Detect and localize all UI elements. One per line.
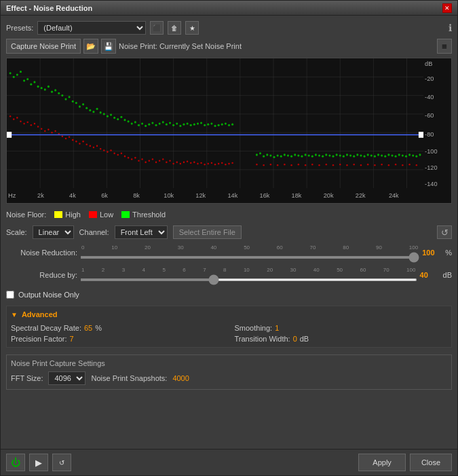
channel-dropdown[interactable]: Front Left	[115, 225, 168, 239]
svg-point-102	[322, 155, 324, 158]
svg-point-96	[301, 155, 303, 158]
svg-point-122	[391, 154, 393, 156]
svg-point-147	[65, 138, 66, 140]
presets-dropdown[interactable]: (Default)	[37, 21, 146, 35]
svg-point-151	[79, 143, 80, 145]
noise-reduction-unit: %	[445, 249, 452, 257]
capture-noise-print-button[interactable]: Capture Noise Print	[6, 39, 81, 54]
svg-point-201	[290, 164, 292, 166]
svg-point-66	[176, 122, 178, 124]
svg-point-36	[72, 100, 74, 103]
select-entire-file-button[interactable]: Select Entire File	[173, 225, 242, 239]
svg-point-162	[117, 154, 119, 156]
svg-point-195	[231, 162, 233, 164]
svg-point-182	[187, 161, 188, 163]
loop-button[interactable]: ↺	[52, 454, 71, 471]
svg-point-176	[166, 162, 167, 164]
svg-point-63	[166, 124, 168, 126]
fft-size-dropdown[interactable]: 4096	[48, 371, 85, 385]
svg-point-158	[103, 149, 104, 151]
svg-point-134	[20, 121, 21, 123]
svg-point-166	[131, 158, 132, 160]
load-noise-print-button[interactable]: 📂	[83, 39, 98, 54]
svg-point-188	[208, 163, 209, 165]
svg-point-181	[183, 162, 185, 164]
scale-channel-row: Scale: Linear Channel: Front Left Select…	[6, 225, 452, 239]
svg-point-168	[138, 160, 139, 162]
info-button[interactable]: ℹ	[449, 22, 452, 33]
power-button[interactable]: ⏻	[6, 454, 25, 471]
play-button[interactable]: ▶	[29, 454, 48, 471]
low-label: Low	[100, 210, 113, 219]
svg-point-31	[54, 89, 56, 91]
svg-point-99	[311, 155, 313, 158]
svg-point-143	[51, 132, 52, 134]
reduce-by-ticks: 1 2 3 4 5 6 7 8 10 20 30 40 50 60 70 100	[80, 267, 417, 273]
advanced-arrow-icon: ▼	[11, 311, 18, 318]
window-close-button[interactable]: ✕	[442, 3, 452, 13]
transition-item: Transition Width: 0 dB	[235, 335, 448, 343]
svg-point-108	[343, 155, 345, 158]
reset-button[interactable]: ↺	[437, 225, 452, 239]
svg-point-27	[41, 87, 43, 89]
advanced-section: ▼ Advanced Spectral Decay Rate: 65 % Smo…	[6, 306, 452, 348]
svg-point-89	[277, 154, 279, 156]
reduce-by-label: Reduce by:	[6, 271, 77, 279]
svg-point-97	[305, 153, 307, 155]
svg-point-101	[318, 154, 320, 156]
frequency-graph[interactable]: dB -20 -40 -60 -80 -100 -120 -140 Hz 2k …	[7, 58, 451, 203]
output-noise-checkbox[interactable]	[6, 291, 14, 299]
reduce-by-slider[interactable]	[80, 278, 417, 281]
svg-point-78	[218, 124, 220, 126]
legend-threshold: Threshold	[121, 210, 166, 219]
save-preset-button[interactable]: ⬛	[150, 21, 164, 35]
close-button[interactable]: Close	[410, 454, 452, 471]
apply-button[interactable]: Apply	[358, 454, 406, 471]
svg-text:-20: -20	[425, 74, 434, 81]
noise-reduction-value: 100	[422, 249, 442, 257]
svg-point-68	[183, 124, 185, 126]
svg-text:18k: 18k	[292, 191, 302, 199]
smoothing-label: Smoothing:	[235, 324, 273, 332]
svg-point-169	[141, 158, 142, 160]
svg-point-130	[419, 153, 421, 155]
low-swatch	[89, 211, 97, 218]
favorite-preset-button[interactable]: ★	[185, 21, 199, 35]
svg-point-179	[176, 162, 178, 164]
advanced-header[interactable]: ▼ Advanced	[11, 310, 447, 318]
svg-point-127	[408, 153, 411, 155]
svg-point-95	[297, 154, 299, 156]
transition-label: Transition Width:	[235, 335, 290, 343]
svg-point-125	[402, 154, 404, 156]
svg-point-146	[62, 135, 63, 137]
svg-point-203	[305, 164, 306, 166]
svg-point-87	[269, 154, 271, 156]
channel-label: Channel:	[79, 228, 109, 236]
delete-preset-button[interactable]: 🗑	[168, 21, 181, 35]
svg-point-46	[107, 115, 109, 117]
svg-point-152	[82, 141, 83, 143]
svg-point-71	[193, 124, 195, 126]
svg-point-23	[26, 78, 28, 80]
svg-point-202	[298, 164, 299, 166]
save-noise-print-button[interactable]: 💾	[101, 39, 116, 54]
high-swatch	[54, 211, 62, 218]
svg-point-37	[75, 102, 77, 104]
scale-label: Scale:	[6, 228, 27, 236]
svg-point-170	[145, 162, 146, 164]
svg-point-128	[412, 154, 414, 156]
legend-row: Noise Floor: High Low Threshold	[6, 208, 452, 221]
svg-point-32	[58, 92, 60, 94]
svg-point-41	[89, 109, 91, 111]
svg-point-186	[200, 162, 202, 164]
scale-dropdown[interactable]: Linear	[33, 225, 74, 239]
svg-point-45	[103, 113, 105, 115]
svg-point-25	[33, 81, 35, 83]
svg-point-49	[117, 118, 119, 120]
svg-point-207	[332, 164, 334, 166]
svg-point-205	[318, 164, 320, 166]
noise-reduction-slider[interactable]	[80, 256, 419, 259]
expand-button[interactable]: ≡	[437, 39, 452, 54]
precision-item: Precision Factor: 7	[11, 335, 224, 343]
svg-point-200	[284, 164, 285, 166]
